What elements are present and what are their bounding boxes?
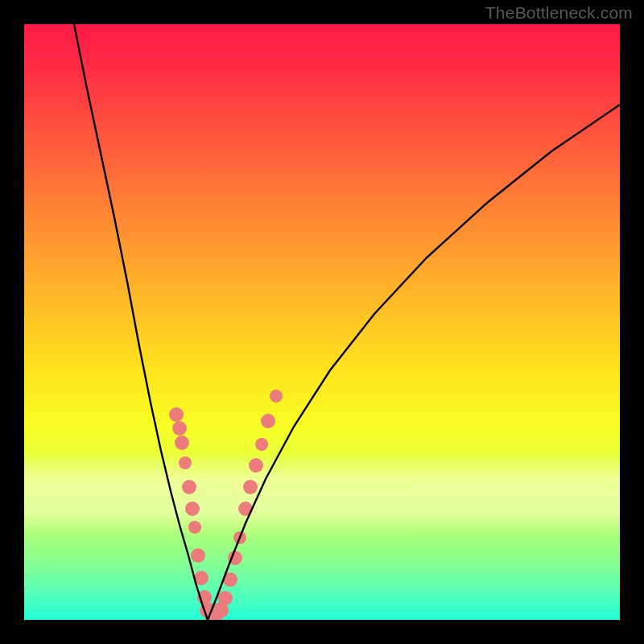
right-curve <box>208 105 620 620</box>
data-marker <box>270 390 283 402</box>
data-marker <box>179 456 192 469</box>
curve-layer <box>24 24 620 620</box>
plot-area <box>24 24 620 620</box>
data-marker <box>188 521 201 534</box>
data-marker <box>243 480 258 494</box>
chart-frame: TheBottleneck.com <box>0 0 644 644</box>
data-marker <box>185 502 200 516</box>
left-curve <box>74 24 208 620</box>
data-marker <box>218 591 233 605</box>
watermark-text: TheBottleneck.com <box>485 3 633 23</box>
data-marker <box>172 421 187 436</box>
data-marker <box>175 436 189 450</box>
data-marker <box>169 407 184 422</box>
data-marker <box>261 414 275 428</box>
data-markers <box>169 390 283 620</box>
data-marker <box>191 548 205 563</box>
data-marker <box>255 438 268 451</box>
data-marker <box>249 458 263 473</box>
data-marker <box>182 480 196 494</box>
